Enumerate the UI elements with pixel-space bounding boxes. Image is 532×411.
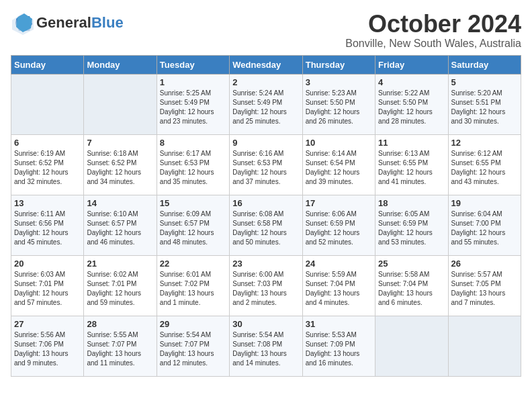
calendar-cell: 22Sunrise: 6:01 AMSunset: 7:02 PMDayligh… — [157, 255, 229, 316]
calendar-cell: 21Sunrise: 6:02 AMSunset: 7:01 PMDayligh… — [84, 255, 157, 316]
day-number: 27 — [14, 319, 81, 329]
day-info: Sunrise: 6:04 AMSunset: 7:00 PMDaylight:… — [451, 210, 518, 247]
calendar-cell: 30Sunrise: 5:54 AMSunset: 7:08 PMDayligh… — [230, 316, 302, 376]
calendar-cell: 4Sunrise: 5:22 AMSunset: 5:50 PMDaylight… — [375, 74, 448, 134]
day-number: 31 — [306, 319, 372, 329]
weekday-header: Tuesday — [157, 55, 229, 74]
calendar-week-row: 20Sunrise: 6:03 AMSunset: 7:01 PMDayligh… — [11, 255, 521, 316]
day-info: Sunrise: 6:19 AMSunset: 6:52 PMDaylight:… — [14, 149, 81, 187]
day-number: 9 — [232, 138, 299, 148]
day-info: Sunrise: 6:17 AMSunset: 6:53 PMDaylight:… — [160, 149, 226, 187]
logo-icon — [11, 11, 35, 35]
weekday-header: Monday — [84, 55, 157, 74]
calendar-week-row: 27Sunrise: 5:56 AMSunset: 7:06 PMDayligh… — [11, 316, 521, 376]
calendar-cell: 23Sunrise: 6:00 AMSunset: 7:03 PMDayligh… — [230, 255, 302, 316]
day-info: Sunrise: 6:03 AMSunset: 7:01 PMDaylight:… — [14, 270, 81, 308]
day-number: 7 — [87, 138, 153, 148]
calendar-cell: 6Sunrise: 6:19 AMSunset: 6:52 PMDaylight… — [11, 134, 84, 195]
calendar-cell: 2Sunrise: 5:24 AMSunset: 5:49 PMDaylight… — [230, 74, 302, 134]
day-info: Sunrise: 5:25 AMSunset: 5:49 PMDaylight:… — [160, 89, 226, 126]
calendar-cell: 24Sunrise: 5:59 AMSunset: 7:04 PMDayligh… — [302, 255, 375, 316]
calendar-cell: 8Sunrise: 6:17 AMSunset: 6:53 PMDaylight… — [157, 134, 229, 195]
calendar-cell: 7Sunrise: 6:18 AMSunset: 6:52 PMDaylight… — [84, 134, 157, 195]
calendar-cell: 25Sunrise: 5:58 AMSunset: 7:04 PMDayligh… — [375, 255, 448, 316]
day-info: Sunrise: 6:02 AMSunset: 7:01 PMDaylight:… — [87, 270, 153, 308]
calendar-cell: 28Sunrise: 5:55 AMSunset: 7:07 PMDayligh… — [84, 316, 157, 376]
day-number: 26 — [451, 259, 518, 269]
day-number: 17 — [306, 198, 372, 208]
calendar-cell — [448, 316, 521, 376]
calendar-cell: 5Sunrise: 5:20 AMSunset: 5:51 PMDaylight… — [448, 74, 521, 134]
day-info: Sunrise: 6:14 AMSunset: 6:54 PMDaylight:… — [306, 149, 372, 187]
day-number: 15 — [160, 198, 226, 208]
day-info: Sunrise: 5:54 AMSunset: 7:07 PMDaylight:… — [160, 330, 226, 368]
day-info: Sunrise: 5:24 AMSunset: 5:49 PMDaylight:… — [232, 89, 299, 126]
calendar-cell: 31Sunrise: 5:53 AMSunset: 7:09 PMDayligh… — [302, 316, 375, 376]
day-number: 18 — [378, 198, 445, 208]
day-info: Sunrise: 5:20 AMSunset: 5:51 PMDaylight:… — [451, 89, 518, 126]
day-info: Sunrise: 5:59 AMSunset: 7:04 PMDaylight:… — [306, 270, 372, 308]
calendar-week-row: 13Sunrise: 6:11 AMSunset: 6:56 PMDayligh… — [11, 195, 521, 255]
calendar-cell: 27Sunrise: 5:56 AMSunset: 7:06 PMDayligh… — [11, 316, 84, 376]
day-number: 23 — [232, 259, 299, 269]
day-info: Sunrise: 5:54 AMSunset: 7:08 PMDaylight:… — [232, 330, 299, 368]
day-number: 11 — [378, 138, 445, 148]
weekday-header: Friday — [375, 55, 448, 74]
calendar-week-row: 1Sunrise: 5:25 AMSunset: 5:49 PMDaylight… — [11, 74, 521, 134]
calendar-cell — [11, 74, 84, 134]
logo-text: GeneralBlue — [36, 15, 124, 30]
calendar-cell: 19Sunrise: 6:04 AMSunset: 7:00 PMDayligh… — [448, 195, 521, 255]
calendar-cell: 15Sunrise: 6:09 AMSunset: 6:57 PMDayligh… — [157, 195, 229, 255]
day-number: 16 — [232, 198, 299, 208]
weekday-header: Saturday — [448, 55, 521, 74]
calendar-cell: 20Sunrise: 6:03 AMSunset: 7:01 PMDayligh… — [11, 255, 84, 316]
day-number: 13 — [14, 198, 81, 208]
day-number: 30 — [232, 319, 299, 329]
day-info: Sunrise: 6:11 AMSunset: 6:56 PMDaylight:… — [14, 210, 81, 247]
calendar-cell: 1Sunrise: 5:25 AMSunset: 5:49 PMDaylight… — [157, 74, 229, 134]
day-info: Sunrise: 6:05 AMSunset: 6:59 PMDaylight:… — [378, 210, 445, 247]
weekday-header: Thursday — [302, 55, 375, 74]
day-info: Sunrise: 6:12 AMSunset: 6:55 PMDaylight:… — [451, 149, 518, 187]
calendar-cell: 29Sunrise: 5:54 AMSunset: 7:07 PMDayligh… — [157, 316, 229, 376]
day-number: 21 — [87, 259, 153, 269]
month-title: October 2024 — [345, 11, 521, 38]
day-info: Sunrise: 5:57 AMSunset: 7:05 PMDaylight:… — [451, 270, 518, 308]
day-number: 1 — [160, 77, 226, 87]
weekday-header: Sunday — [11, 55, 84, 74]
calendar-cell: 12Sunrise: 6:12 AMSunset: 6:55 PMDayligh… — [448, 134, 521, 195]
day-number: 25 — [378, 259, 445, 269]
day-info: Sunrise: 6:18 AMSunset: 6:52 PMDaylight:… — [87, 149, 153, 187]
calendar-cell: 11Sunrise: 6:13 AMSunset: 6:55 PMDayligh… — [375, 134, 448, 195]
calendar-cell: 17Sunrise: 6:06 AMSunset: 6:59 PMDayligh… — [302, 195, 375, 255]
title-area: October 2024 Bonville, New South Wales, … — [345, 11, 521, 50]
day-info: Sunrise: 6:13 AMSunset: 6:55 PMDaylight:… — [378, 149, 445, 187]
day-number: 6 — [14, 138, 81, 148]
page-header: GeneralBlue October 2024 Bonville, New S… — [11, 11, 521, 50]
day-info: Sunrise: 6:06 AMSunset: 6:59 PMDaylight:… — [306, 210, 372, 247]
calendar-cell — [84, 74, 157, 134]
day-number: 12 — [451, 138, 518, 148]
day-number: 20 — [14, 259, 81, 269]
location-title: Bonville, New South Wales, Australia — [345, 38, 521, 50]
day-number: 5 — [451, 77, 518, 87]
calendar-week-row: 6Sunrise: 6:19 AMSunset: 6:52 PMDaylight… — [11, 134, 521, 195]
calendar-cell — [375, 316, 448, 376]
calendar-cell: 10Sunrise: 6:14 AMSunset: 6:54 PMDayligh… — [302, 134, 375, 195]
day-info: Sunrise: 6:16 AMSunset: 6:53 PMDaylight:… — [232, 149, 299, 187]
calendar-cell: 9Sunrise: 6:16 AMSunset: 6:53 PMDaylight… — [230, 134, 302, 195]
day-info: Sunrise: 5:58 AMSunset: 7:04 PMDaylight:… — [378, 270, 445, 308]
calendar-cell: 18Sunrise: 6:05 AMSunset: 6:59 PMDayligh… — [375, 195, 448, 255]
day-number: 8 — [160, 138, 226, 148]
day-number: 14 — [87, 198, 153, 208]
day-number: 22 — [160, 259, 226, 269]
calendar-cell: 14Sunrise: 6:10 AMSunset: 6:57 PMDayligh… — [84, 195, 157, 255]
calendar-table: SundayMondayTuesdayWednesdayThursdayFrid… — [11, 55, 521, 377]
day-number: 2 — [232, 77, 299, 87]
weekday-header-row: SundayMondayTuesdayWednesdayThursdayFrid… — [11, 55, 521, 74]
day-info: Sunrise: 6:10 AMSunset: 6:57 PMDaylight:… — [87, 210, 153, 247]
day-number: 3 — [306, 77, 372, 87]
day-number: 28 — [87, 319, 153, 329]
day-number: 19 — [451, 198, 518, 208]
day-info: Sunrise: 5:55 AMSunset: 7:07 PMDaylight:… — [87, 330, 153, 368]
